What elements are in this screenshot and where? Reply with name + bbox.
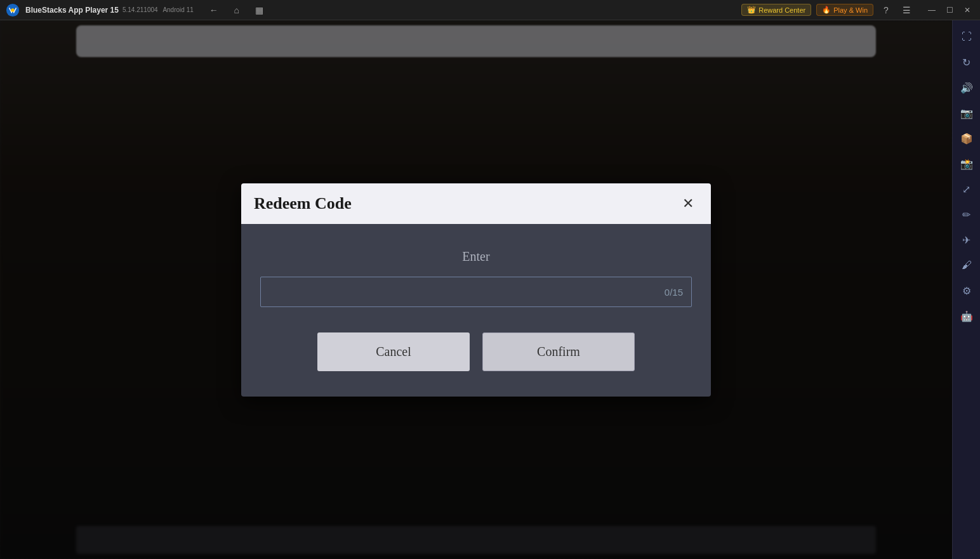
dialog-header: Redeem Code ✕: [241, 183, 711, 224]
cancel-button[interactable]: Cancel: [317, 332, 470, 371]
settings-icon[interactable]: ⚙: [955, 279, 978, 302]
window-controls: — ☐ ✕: [924, 3, 975, 18]
confirm-button[interactable]: Confirm: [482, 332, 635, 371]
enter-label: Enter: [260, 249, 692, 264]
code-input-wrapper: 0/15: [260, 277, 692, 307]
code-input[interactable]: [260, 277, 692, 307]
dialog-close-button[interactable]: ✕: [678, 194, 698, 214]
android-icon[interactable]: 🤖: [955, 305, 978, 327]
crown-icon: 👑: [747, 6, 756, 14]
right-sidebar: ⛶ ↻ 🔊 📷 📦 📸 ⤢ ✏ ✈ 🖌 ⚙ 🤖: [952, 20, 980, 559]
help-button[interactable]: ?: [878, 3, 894, 18]
main-content: Redeem Code ✕ Enter 0/15 Cancel Confirm: [0, 20, 952, 559]
modal-overlay: Redeem Code ✕ Enter 0/15 Cancel Confirm: [0, 20, 952, 559]
play-win-button[interactable]: 🔥 Play & Win: [816, 4, 873, 16]
titlebar-right: 👑 Reward Center 🔥 Play & Win ? ☰ — ☐ ✕: [741, 3, 980, 18]
maximize-button[interactable]: ☐: [942, 3, 957, 18]
dialog-title: Redeem Code: [254, 194, 352, 213]
dialog-body: Enter 0/15 Cancel Confirm: [241, 224, 711, 397]
camera-icon[interactable]: 📷: [955, 102, 978, 124]
hamburger-menu-button[interactable]: ☰: [899, 3, 914, 18]
app-version: 5.14.211004 Android 11: [122, 6, 194, 13]
apk-icon[interactable]: 📦: [955, 127, 978, 150]
expand-icon[interactable]: ⛶: [955, 25, 978, 48]
titlebar: BlueStacks App Player 15 5.14.211004 And…: [0, 0, 980, 20]
char-count: 0/15: [665, 286, 683, 297]
screenshot-icon[interactable]: 📸: [955, 152, 978, 175]
edit-icon[interactable]: ✏: [955, 203, 978, 226]
app-name: BlueStacks App Player 15: [25, 6, 119, 15]
app-logo: [5, 3, 20, 18]
resize-icon[interactable]: ⤢: [955, 178, 978, 201]
fire-icon: 🔥: [822, 6, 831, 14]
reward-center-button[interactable]: 👑 Reward Center: [741, 4, 811, 16]
flight-icon[interactable]: ✈: [955, 228, 978, 251]
home-button[interactable]: ⌂: [229, 3, 244, 18]
rotate-icon[interactable]: ↻: [955, 51, 978, 74]
minimize-button[interactable]: —: [924, 3, 939, 18]
svg-point-1: [11, 8, 15, 12]
multi-instance-button[interactable]: ▦: [252, 3, 267, 18]
close-button[interactable]: ✕: [960, 3, 975, 18]
brush-icon[interactable]: 🖌: [955, 254, 978, 277]
volume-icon[interactable]: 🔊: [955, 76, 978, 99]
back-button[interactable]: ←: [206, 3, 222, 18]
redeem-code-dialog: Redeem Code ✕ Enter 0/15 Cancel Confirm: [241, 183, 711, 397]
titlebar-nav: ← ⌂ ▦: [206, 3, 267, 18]
dialog-buttons: Cancel Confirm: [260, 332, 692, 378]
